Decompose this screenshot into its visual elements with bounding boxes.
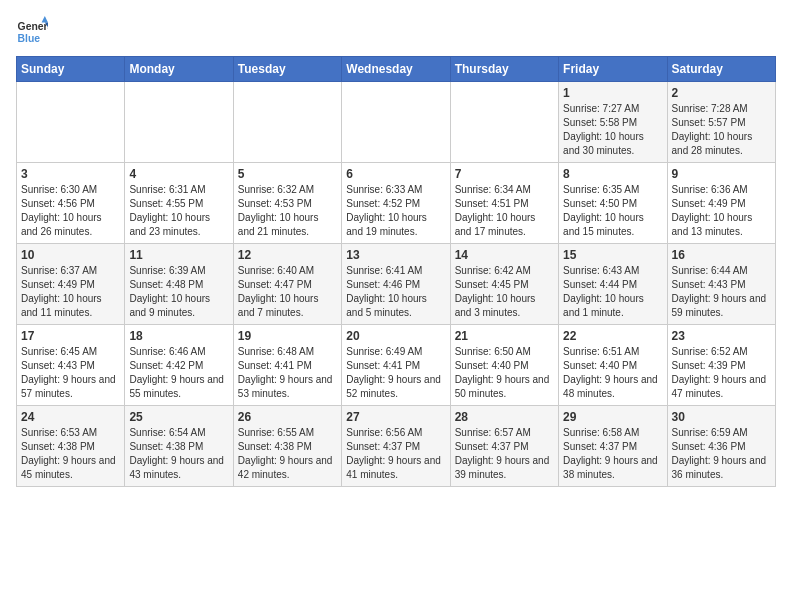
calendar-cell: 23Sunrise: 6:52 AM Sunset: 4:39 PM Dayli… [667, 325, 775, 406]
day-number: 23 [672, 329, 771, 343]
day-number: 28 [455, 410, 554, 424]
calendar-cell: 29Sunrise: 6:58 AM Sunset: 4:37 PM Dayli… [559, 406, 667, 487]
page-header: General Blue [16, 16, 776, 48]
calendar-cell: 13Sunrise: 6:41 AM Sunset: 4:46 PM Dayli… [342, 244, 450, 325]
calendar-cell [17, 82, 125, 163]
calendar-cell: 26Sunrise: 6:55 AM Sunset: 4:38 PM Dayli… [233, 406, 341, 487]
calendar-cell: 24Sunrise: 6:53 AM Sunset: 4:38 PM Dayli… [17, 406, 125, 487]
calendar-cell: 17Sunrise: 6:45 AM Sunset: 4:43 PM Dayli… [17, 325, 125, 406]
calendar-cell: 18Sunrise: 6:46 AM Sunset: 4:42 PM Dayli… [125, 325, 233, 406]
weekday-header: Saturday [667, 57, 775, 82]
day-number: 6 [346, 167, 445, 181]
day-info: Sunrise: 6:32 AM Sunset: 4:53 PM Dayligh… [238, 183, 337, 239]
day-info: Sunrise: 6:54 AM Sunset: 4:38 PM Dayligh… [129, 426, 228, 482]
day-number: 25 [129, 410, 228, 424]
calendar-cell: 21Sunrise: 6:50 AM Sunset: 4:40 PM Dayli… [450, 325, 558, 406]
calendar-cell [233, 82, 341, 163]
day-number: 19 [238, 329, 337, 343]
calendar-week-row: 24Sunrise: 6:53 AM Sunset: 4:38 PM Dayli… [17, 406, 776, 487]
calendar-header-row: SundayMondayTuesdayWednesdayThursdayFrid… [17, 57, 776, 82]
day-number: 20 [346, 329, 445, 343]
day-info: Sunrise: 6:55 AM Sunset: 4:38 PM Dayligh… [238, 426, 337, 482]
calendar-cell: 1Sunrise: 7:27 AM Sunset: 5:58 PM Daylig… [559, 82, 667, 163]
calendar-week-row: 1Sunrise: 7:27 AM Sunset: 5:58 PM Daylig… [17, 82, 776, 163]
calendar-cell: 14Sunrise: 6:42 AM Sunset: 4:45 PM Dayli… [450, 244, 558, 325]
day-number: 16 [672, 248, 771, 262]
svg-text:Blue: Blue [18, 33, 41, 44]
day-number: 13 [346, 248, 445, 262]
calendar-cell: 6Sunrise: 6:33 AM Sunset: 4:52 PM Daylig… [342, 163, 450, 244]
day-info: Sunrise: 6:41 AM Sunset: 4:46 PM Dayligh… [346, 264, 445, 320]
day-info: Sunrise: 7:28 AM Sunset: 5:57 PM Dayligh… [672, 102, 771, 158]
day-info: Sunrise: 6:35 AM Sunset: 4:50 PM Dayligh… [563, 183, 662, 239]
calendar-cell: 27Sunrise: 6:56 AM Sunset: 4:37 PM Dayli… [342, 406, 450, 487]
calendar-cell: 9Sunrise: 6:36 AM Sunset: 4:49 PM Daylig… [667, 163, 775, 244]
day-number: 24 [21, 410, 120, 424]
weekday-header: Sunday [17, 57, 125, 82]
calendar-cell: 25Sunrise: 6:54 AM Sunset: 4:38 PM Dayli… [125, 406, 233, 487]
day-info: Sunrise: 6:31 AM Sunset: 4:55 PM Dayligh… [129, 183, 228, 239]
day-number: 7 [455, 167, 554, 181]
day-info: Sunrise: 6:43 AM Sunset: 4:44 PM Dayligh… [563, 264, 662, 320]
logo: General Blue [16, 16, 52, 48]
day-number: 30 [672, 410, 771, 424]
day-number: 2 [672, 86, 771, 100]
calendar-cell: 3Sunrise: 6:30 AM Sunset: 4:56 PM Daylig… [17, 163, 125, 244]
day-number: 27 [346, 410, 445, 424]
day-number: 17 [21, 329, 120, 343]
day-number: 11 [129, 248, 228, 262]
day-info: Sunrise: 6:37 AM Sunset: 4:49 PM Dayligh… [21, 264, 120, 320]
day-number: 21 [455, 329, 554, 343]
calendar-cell: 30Sunrise: 6:59 AM Sunset: 4:36 PM Dayli… [667, 406, 775, 487]
calendar-cell: 7Sunrise: 6:34 AM Sunset: 4:51 PM Daylig… [450, 163, 558, 244]
calendar-cell: 20Sunrise: 6:49 AM Sunset: 4:41 PM Dayli… [342, 325, 450, 406]
weekday-header: Tuesday [233, 57, 341, 82]
day-info: Sunrise: 7:27 AM Sunset: 5:58 PM Dayligh… [563, 102, 662, 158]
calendar-body: 1Sunrise: 7:27 AM Sunset: 5:58 PM Daylig… [17, 82, 776, 487]
calendar-week-row: 17Sunrise: 6:45 AM Sunset: 4:43 PM Dayli… [17, 325, 776, 406]
calendar-cell: 28Sunrise: 6:57 AM Sunset: 4:37 PM Dayli… [450, 406, 558, 487]
calendar-cell [342, 82, 450, 163]
svg-marker-2 [42, 16, 48, 22]
day-number: 14 [455, 248, 554, 262]
day-info: Sunrise: 6:42 AM Sunset: 4:45 PM Dayligh… [455, 264, 554, 320]
day-number: 10 [21, 248, 120, 262]
day-number: 29 [563, 410, 662, 424]
calendar-cell: 5Sunrise: 6:32 AM Sunset: 4:53 PM Daylig… [233, 163, 341, 244]
calendar-cell [450, 82, 558, 163]
calendar-cell: 4Sunrise: 6:31 AM Sunset: 4:55 PM Daylig… [125, 163, 233, 244]
day-number: 12 [238, 248, 337, 262]
calendar-cell: 8Sunrise: 6:35 AM Sunset: 4:50 PM Daylig… [559, 163, 667, 244]
calendar-cell: 22Sunrise: 6:51 AM Sunset: 4:40 PM Dayli… [559, 325, 667, 406]
day-info: Sunrise: 6:44 AM Sunset: 4:43 PM Dayligh… [672, 264, 771, 320]
calendar-cell: 12Sunrise: 6:40 AM Sunset: 4:47 PM Dayli… [233, 244, 341, 325]
calendar-cell [125, 82, 233, 163]
day-info: Sunrise: 6:59 AM Sunset: 4:36 PM Dayligh… [672, 426, 771, 482]
day-info: Sunrise: 6:52 AM Sunset: 4:39 PM Dayligh… [672, 345, 771, 401]
day-info: Sunrise: 6:33 AM Sunset: 4:52 PM Dayligh… [346, 183, 445, 239]
day-number: 5 [238, 167, 337, 181]
day-number: 4 [129, 167, 228, 181]
day-info: Sunrise: 6:56 AM Sunset: 4:37 PM Dayligh… [346, 426, 445, 482]
day-number: 8 [563, 167, 662, 181]
weekday-header: Thursday [450, 57, 558, 82]
day-number: 1 [563, 86, 662, 100]
weekday-header: Monday [125, 57, 233, 82]
day-info: Sunrise: 6:57 AM Sunset: 4:37 PM Dayligh… [455, 426, 554, 482]
day-info: Sunrise: 6:46 AM Sunset: 4:42 PM Dayligh… [129, 345, 228, 401]
day-info: Sunrise: 6:45 AM Sunset: 4:43 PM Dayligh… [21, 345, 120, 401]
calendar-cell: 19Sunrise: 6:48 AM Sunset: 4:41 PM Dayli… [233, 325, 341, 406]
day-info: Sunrise: 6:36 AM Sunset: 4:49 PM Dayligh… [672, 183, 771, 239]
day-info: Sunrise: 6:53 AM Sunset: 4:38 PM Dayligh… [21, 426, 120, 482]
day-info: Sunrise: 6:58 AM Sunset: 4:37 PM Dayligh… [563, 426, 662, 482]
weekday-header: Wednesday [342, 57, 450, 82]
calendar-week-row: 3Sunrise: 6:30 AM Sunset: 4:56 PM Daylig… [17, 163, 776, 244]
day-info: Sunrise: 6:34 AM Sunset: 4:51 PM Dayligh… [455, 183, 554, 239]
calendar-cell: 16Sunrise: 6:44 AM Sunset: 4:43 PM Dayli… [667, 244, 775, 325]
calendar-week-row: 10Sunrise: 6:37 AM Sunset: 4:49 PM Dayli… [17, 244, 776, 325]
day-info: Sunrise: 6:40 AM Sunset: 4:47 PM Dayligh… [238, 264, 337, 320]
day-info: Sunrise: 6:50 AM Sunset: 4:40 PM Dayligh… [455, 345, 554, 401]
day-number: 26 [238, 410, 337, 424]
day-number: 22 [563, 329, 662, 343]
day-number: 15 [563, 248, 662, 262]
